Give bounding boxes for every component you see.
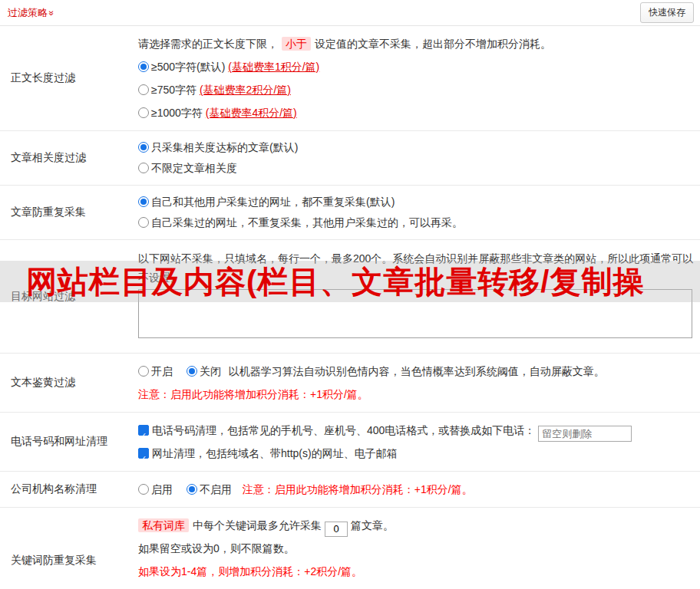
row-phone-url-cleanup: 电话号码和网址清理 电话号码清理，包括常见的手机号、座机号、400电话格式，或替… <box>0 413 700 472</box>
row-label: 公司机构名称清理 <box>0 472 135 507</box>
keyword-count-input[interactable] <box>325 522 348 537</box>
dedupe-self-radio[interactable] <box>138 217 149 228</box>
option-label[interactable]: 开启 <box>151 365 173 377</box>
keyword-limit-text: 中每个关键词最多允许采集 <box>193 519 322 531</box>
url-cleanup-checkbox[interactable] <box>138 448 149 459</box>
blocked-sites-textarea[interactable] <box>138 289 692 338</box>
row-label: 正文长度过滤 <box>0 26 135 130</box>
fee-note: (基础费率4积分/篇) <box>206 107 297 119</box>
topbar: 过滤策略» 快速保存 <box>0 0 700 26</box>
chevron-down-icon: » <box>46 10 57 15</box>
row-content: 开启 关闭 以机器学习算法自动识别色情内容，当色情概率达到系统阈值，自动屏蔽文章… <box>135 354 700 412</box>
keyword-limit-suffix: 篇文章。 <box>351 519 394 531</box>
keyword-note-cost: 如果设为1-4篇，则增加积分消耗：+2积分/篇。 <box>138 560 694 583</box>
option-label[interactable]: ≥500字符(默认) <box>151 61 225 73</box>
url-cleanup-line: 网址清理，包括纯域名、带http(s)的网址、电子邮箱 <box>138 442 694 465</box>
row-label: 目标网站过滤 <box>0 240 135 353</box>
option-label[interactable]: 关闭 <box>200 365 221 377</box>
porn-on-radio[interactable] <box>138 366 149 377</box>
dedupe-global-radio[interactable] <box>138 196 149 207</box>
page-title-link[interactable]: 过滤策略» <box>8 6 54 20</box>
row-content: 请选择需求的正文长度下限，小于设定值的文章不采集，超出部分不增加积分消耗。 ≥5… <box>135 26 700 130</box>
target-site-desc: 以下网站不采集，只填域名，每行一个，最多200个。系统会自动识别并屏蔽那些非文章… <box>138 246 694 288</box>
company-options: 启用 不启用 注意：启用此功能将增加积分消耗：+1积分/篇。 <box>138 478 694 501</box>
option-label[interactable]: ≥750字符 <box>151 84 196 96</box>
row-content: 自己和其他用户采集过的网址，都不重复采集(默认) 自己采集过的网址，不重复采集，… <box>135 186 700 239</box>
checkbox-label[interactable]: 网址清理，包括纯域名、带http(s)的网址、电子邮箱 <box>152 447 398 459</box>
row-label: 文章相关度过滤 <box>0 131 135 185</box>
length-500-radio[interactable] <box>138 61 149 72</box>
option-label[interactable]: 自己采集过的网址，不重复采集，其他用户采集过的，可以再采。 <box>151 216 463 229</box>
length-option-1000: ≥1000字符 (基础费率4积分/篇) <box>138 101 694 124</box>
relevance-option-any: 不限定文章相关度 <box>138 158 694 179</box>
relevance-strict-radio[interactable] <box>138 142 149 153</box>
page-title: 过滤策略 <box>8 7 48 18</box>
fee-note: (基础费率2积分/篇) <box>200 84 291 96</box>
option-label[interactable]: 启用 <box>151 483 173 495</box>
row-keyword-dedupe: 关键词防重复采集 私有词库中每个关键词最多允许采集篇文章。 如果留空或设为0，则… <box>0 508 700 589</box>
row-porn-filter: 文本鉴黄过滤 开启 关闭 以机器学习算法自动识别色情内容，当色情概率达到系统阈值… <box>0 354 700 413</box>
private-lexicon-highlight: 私有词库 <box>138 518 189 532</box>
row-label: 关键词防重复采集 <box>0 508 135 589</box>
keyword-note-zero: 如果留空或设为0，则不限篇数。 <box>138 537 694 560</box>
quick-save-button[interactable]: 快速保存 <box>640 2 694 23</box>
keyword-note-five: 如果设为5篇或以上，也不会额外增加积分消耗。 注意事项» <box>138 583 694 589</box>
checkbox-label[interactable]: 电话号码清理，包括常见的手机号、座机号、400电话格式，或替换成如下电话： <box>152 424 535 436</box>
row-content: 私有词库中每个关键词最多允许采集篇文章。 如果留空或设为0，则不限篇数。 如果设… <box>135 508 700 589</box>
less-than-highlight: 小于 <box>282 37 311 51</box>
row-company-name-cleanup: 公司机构名称清理 启用 不启用 注意：启用此功能将增加积分消耗：+1积分/篇。 <box>0 472 700 508</box>
row-content: 以下网站不采集，只填域名，每行一个，最多200个。系统会自动识别并屏蔽那些非文章… <box>135 240 700 353</box>
row-content: 电话号码清理，包括常见的手机号、座机号、400电话格式，或替换成如下电话： 网址… <box>135 413 700 471</box>
length-750-radio[interactable] <box>138 84 149 95</box>
row-label: 文章防重复采集 <box>0 186 135 239</box>
row-relevance-filter: 文章相关度过滤 只采集相关度达标的文章(默认) 不限定文章相关度 <box>0 131 700 186</box>
row-dedupe-collection: 文章防重复采集 自己和其他用户采集过的网址，都不重复采集(默认) 自己采集过的网… <box>0 186 700 240</box>
filter-strategy-page: 过滤策略» 快速保存 正文长度过滤 请选择需求的正文长度下限，小于设定值的文章不… <box>0 0 700 589</box>
dedupe-option-global: 自己和其他用户采集过的网址，都不重复采集(默认) <box>138 192 694 212</box>
row-target-site-filter: 目标网站过滤 以下网站不采集，只填域名，每行一个，最多200个。系统会自动识别并… <box>0 240 700 354</box>
length-option-500: ≥500字符(默认) (基础费率1积分/篇) <box>138 55 694 78</box>
intro-text-post: 设定值的文章不采集，超出部分不增加积分消耗。 <box>315 38 551 50</box>
length-option-750: ≥750字符 (基础费率2积分/篇) <box>138 78 694 101</box>
phone-cleanup-checkbox[interactable] <box>138 425 149 436</box>
dedupe-option-self: 自己采集过的网址，不重复采集，其他用户采集过的，可以再采。 <box>138 212 694 233</box>
phone-cleanup-line: 电话号码清理，包括常见的手机号、座机号、400电话格式，或替换成如下电话： <box>138 419 694 442</box>
intro-text-pre: 请选择需求的正文长度下限， <box>138 38 278 50</box>
fee-note: (基础费率1积分/篇) <box>228 61 319 73</box>
company-on-radio[interactable] <box>138 484 149 495</box>
row-label: 电话号码和网址清理 <box>0 413 135 471</box>
row-label: 文本鉴黄过滤 <box>0 354 135 412</box>
option-label[interactable]: ≥1000字符 <box>151 107 203 119</box>
company-cost-note: 注意：启用此功能将增加积分消耗：+1积分/篇。 <box>243 483 473 495</box>
porn-options: 开启 关闭 以机器学习算法自动识别色情内容，当色情概率达到系统阈值，自动屏蔽文章… <box>138 360 694 383</box>
option-label[interactable]: 自己和其他用户采集过的网址，都不重复采集(默认) <box>151 196 395 208</box>
length-intro: 请选择需求的正文长度下限，小于设定值的文章不采集，超出部分不增加积分消耗。 <box>138 32 694 55</box>
option-label[interactable]: 只采集相关度达标的文章(默认) <box>151 141 298 153</box>
option-label[interactable]: 不启用 <box>200 483 232 495</box>
option-label[interactable]: 不限定文章相关度 <box>151 162 237 174</box>
relevance-any-radio[interactable] <box>138 163 149 173</box>
row-content: 启用 不启用 注意：启用此功能将增加积分消耗：+1积分/篇。 <box>135 472 700 507</box>
porn-desc: 以机器学习算法自动识别色情内容，当色情概率达到系统阈值，自动屏蔽文章。 <box>229 365 605 377</box>
replacement-phone-input[interactable] <box>538 426 632 442</box>
porn-off-radio[interactable] <box>187 366 197 377</box>
relevance-option-strict: 只采集相关度达标的文章(默认) <box>138 137 694 158</box>
row-content: 只采集相关度达标的文章(默认) 不限定文章相关度 <box>135 131 700 185</box>
length-1000-radio[interactable] <box>138 107 149 118</box>
row-body-length-filter: 正文长度过滤 请选择需求的正文长度下限，小于设定值的文章不采集，超出部分不增加积… <box>0 26 700 131</box>
keyword-limit-line: 私有词库中每个关键词最多允许采集篇文章。 <box>138 514 694 537</box>
porn-cost-note: 注意：启用此功能将增加积分消耗：+1积分/篇。 <box>138 383 694 406</box>
company-off-radio[interactable] <box>187 484 197 495</box>
